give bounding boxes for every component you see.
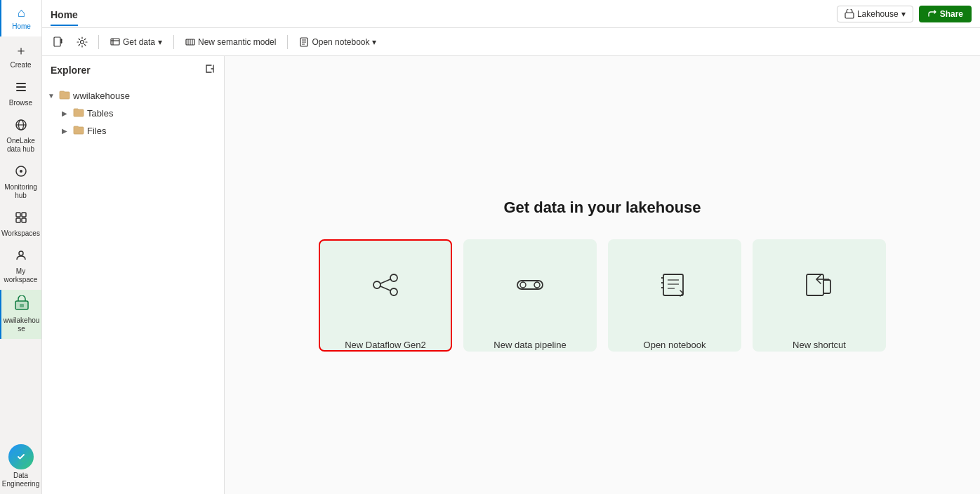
lakehouse-chevron-icon: ▾ bbox=[901, 9, 906, 19]
home-icon: ⌂ bbox=[18, 6, 25, 20]
card-pipeline-label: New data pipeline bbox=[494, 340, 566, 350]
card-notebook-label: Open notebook bbox=[644, 340, 706, 350]
pipeline-icon bbox=[513, 271, 547, 299]
card-shortcut[interactable]: New shortcut bbox=[753, 239, 886, 352]
sidebar-item-workspaces[interactable]: Workspaces bbox=[0, 206, 41, 243]
lakehouse-icon bbox=[845, 9, 854, 19]
svg-rect-2 bbox=[16, 90, 26, 91]
dataflow-icon bbox=[369, 271, 402, 299]
svg-rect-8 bbox=[16, 213, 20, 217]
card-dataflow-icon-area bbox=[320, 241, 451, 328]
browse-icon bbox=[15, 81, 27, 97]
root-chevron-icon: ▼ bbox=[48, 92, 56, 100]
get-data-chevron: ▾ bbox=[158, 37, 162, 47]
tree-children: ▶ Tables ▶ bbox=[42, 105, 224, 140]
svg-point-22 bbox=[81, 40, 84, 44]
sidebar-item-workspaces-label: Workspaces bbox=[1, 229, 40, 238]
share-btn-label: Share bbox=[940, 9, 963, 19]
sidebar-item-myworkspace-label: My workspace bbox=[4, 267, 38, 284]
tree-root-label: wwilakehouse bbox=[73, 91, 130, 101]
svg-point-35 bbox=[390, 274, 397, 281]
svg-rect-0 bbox=[16, 83, 26, 84]
notebook-icon bbox=[299, 37, 309, 47]
svg-point-40 bbox=[520, 282, 526, 288]
sidebar-item-home[interactable]: ⌂ Home bbox=[0, 0, 41, 36]
sidebar-item-browse-label: Browse bbox=[9, 99, 32, 107]
sidebar-item-home-label: Home bbox=[12, 22, 31, 31]
svg-rect-18 bbox=[54, 37, 60, 46]
svg-point-36 bbox=[390, 288, 397, 295]
sidebar-item-myworkspace[interactable]: My workspace bbox=[0, 243, 41, 290]
page-title: Home bbox=[51, 9, 78, 26]
card-dataflow-label: New Dataflow Gen2 bbox=[345, 340, 426, 350]
tree-item-root[interactable]: ▼ wwilakehouse bbox=[42, 87, 224, 105]
svg-rect-11 bbox=[22, 218, 26, 222]
sidebar-item-dataengineering-label: Data Engineering bbox=[2, 472, 39, 488]
settings-button[interactable] bbox=[72, 32, 93, 53]
monitoring-icon bbox=[15, 165, 27, 181]
sidebar-item-onelake[interactable]: OneLake data hub bbox=[0, 113, 41, 159]
tree-item-files[interactable]: ▶ Files bbox=[56, 122, 224, 140]
card-notebook-icon-area bbox=[609, 241, 740, 328]
files-chevron-icon: ▶ bbox=[62, 127, 70, 135]
explorer-header: Explorer bbox=[42, 56, 224, 84]
top-bar-right: Lakehouse ▾ Share bbox=[837, 6, 972, 22]
new-item-icon bbox=[53, 36, 64, 48]
get-data-button[interactable]: Get data ▾ bbox=[105, 34, 168, 50]
svg-point-7 bbox=[20, 170, 22, 173]
sidebar-item-create[interactable]: ＋ Create bbox=[0, 36, 41, 75]
main-content-area: Get data in your lakehouse New Dataflow bbox=[225, 56, 980, 494]
collapse-icon bbox=[204, 63, 216, 74]
sidebar-item-dataengineering[interactable]: Data Engineering bbox=[0, 439, 42, 494]
lakehouse-button[interactable]: Lakehouse ▾ bbox=[837, 6, 913, 22]
files-folder-icon bbox=[73, 125, 84, 137]
svg-rect-15 bbox=[20, 304, 24, 307]
svg-rect-10 bbox=[16, 218, 20, 222]
content-area: Explorer ▼ wwilakehouse bbox=[42, 56, 980, 494]
explorer-tree: ▼ wwilakehouse ▶ bbox=[42, 84, 224, 142]
tables-folder-icon bbox=[73, 107, 84, 119]
svg-rect-17 bbox=[845, 13, 854, 18]
explorer-panel: Explorer ▼ wwilakehouse bbox=[42, 56, 225, 494]
data-engineering-section: Data Engineering bbox=[0, 439, 42, 494]
share-icon bbox=[927, 9, 937, 19]
svg-line-37 bbox=[380, 279, 390, 283]
card-pipeline[interactable]: New data pipeline bbox=[463, 239, 597, 352]
cards-row: New Dataflow Gen2 New data pipeline bbox=[319, 239, 886, 352]
sidebar-item-browse[interactable]: Browse bbox=[0, 75, 41, 113]
sidebar-item-wwilakehouse-label: wwilakehou se bbox=[4, 316, 40, 333]
card-notebook[interactable]: Open notebook bbox=[608, 239, 741, 352]
shortcut-icon bbox=[802, 271, 836, 299]
toolbar-divider-3 bbox=[287, 35, 288, 49]
get-data-label: Get data bbox=[123, 37, 155, 47]
open-notebook-button[interactable]: Open notebook ▾ bbox=[293, 34, 382, 50]
open-notebook-chevron: ▾ bbox=[372, 37, 376, 47]
share-button[interactable]: Share bbox=[919, 6, 972, 22]
notebook-card-icon bbox=[658, 271, 691, 299]
svg-rect-39 bbox=[517, 281, 543, 289]
card-dataflow[interactable]: New Dataflow Gen2 bbox=[319, 239, 452, 352]
create-icon: ＋ bbox=[15, 42, 27, 59]
sidebar-item-monitoring[interactable]: Monitoring hub bbox=[0, 159, 41, 206]
sidebar-item-create-label: Create bbox=[10, 61, 31, 69]
toolbar-divider-1 bbox=[98, 35, 99, 49]
data-engineering-badge bbox=[8, 444, 34, 469]
explorer-collapse-button[interactable] bbox=[204, 63, 216, 77]
svg-line-38 bbox=[380, 286, 390, 291]
onelake-icon bbox=[15, 119, 27, 135]
explorer-title: Explorer bbox=[51, 65, 91, 76]
svg-point-41 bbox=[534, 282, 540, 288]
main-container: Home Lakehouse ▾ Share bbox=[42, 0, 980, 494]
svg-rect-9 bbox=[22, 213, 26, 217]
new-semantic-model-button[interactable]: New semantic model bbox=[180, 34, 282, 50]
get-data-icon bbox=[110, 37, 120, 47]
sidebar-item-wwilakehouse[interactable]: wwilakehou se bbox=[0, 290, 41, 339]
myworkspace-icon bbox=[15, 249, 27, 265]
tree-item-tables[interactable]: ▶ Tables bbox=[56, 105, 224, 122]
toolbar-divider-2 bbox=[173, 35, 174, 49]
tables-label: Tables bbox=[87, 108, 114, 119]
sidebar: ⌂ Home ＋ Create Browse OneLake data hub bbox=[0, 0, 42, 494]
open-notebook-label: Open notebook bbox=[312, 37, 369, 47]
new-item-button[interactable] bbox=[48, 32, 69, 53]
card-pipeline-icon-area bbox=[465, 241, 595, 328]
